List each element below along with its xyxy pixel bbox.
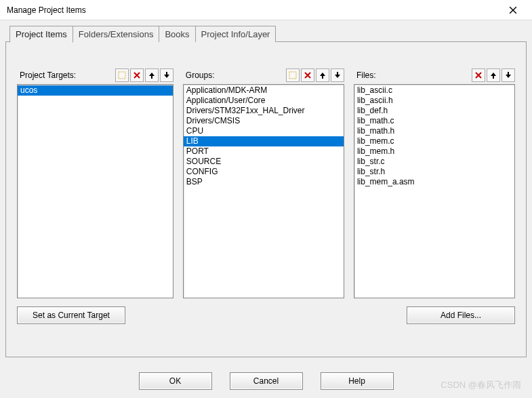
set-current-target-button[interactable]: Set as Current Target	[17, 306, 125, 324]
groups-label: Groups:	[183, 69, 285, 81]
targets-listbox[interactable]: ucos	[17, 84, 173, 298]
close-button[interactable]	[499, 1, 527, 20]
ok-button[interactable]: OK	[139, 372, 212, 390]
titlebar: Manage Project Items	[0, 0, 532, 20]
delete-icon	[304, 71, 312, 79]
svg-rect-1	[289, 72, 296, 79]
list-item[interactable]: lib_mem.c	[354, 136, 514, 146]
list-item[interactable]: ucos	[18, 85, 173, 96]
targets-label: Project Targets:	[17, 69, 114, 81]
below-row: Set as Current Target Add Files...	[17, 298, 515, 324]
dialog-body: Project Items Folders/Extensions Books P…	[0, 20, 532, 398]
targets-new-button[interactable]	[115, 68, 129, 82]
list-item[interactable]: lib_mem.h	[354, 146, 514, 157]
new-icon	[289, 71, 297, 79]
column-header-groups: Groups:	[183, 68, 344, 83]
svg-rect-0	[119, 72, 125, 79]
tab-folders-extensions[interactable]: Folders/Extensions	[73, 26, 160, 42]
delete-icon	[474, 71, 483, 79]
list-item[interactable]: SOURCE	[184, 157, 344, 167]
tab-project-info-layer[interactable]: Project Info/Layer	[195, 26, 277, 42]
cancel-button[interactable]: Cancel	[230, 372, 303, 390]
groups-listbox[interactable]: Application/MDK-ARMApplication/User/Core…	[183, 84, 344, 298]
help-button[interactable]: Help	[321, 372, 394, 390]
list-item[interactable]: CONFIG	[184, 167, 344, 177]
groups-new-button[interactable]	[286, 68, 300, 82]
close-icon	[509, 6, 517, 14]
tab-row: Project Items Folders/Extensions Books P…	[9, 26, 527, 42]
list-item[interactable]: PORT	[184, 146, 344, 157]
column-groups: Groups: Application/MDK-ARMApplication/U…	[183, 68, 344, 298]
column-targets: Project Targets: ucos	[17, 68, 173, 298]
tab-panel: Project Targets: ucos Groups: Applica	[5, 41, 527, 357]
column-header-targets: Project Targets:	[17, 68, 173, 83]
arrow-up-icon	[489, 71, 497, 79]
targets-down-button[interactable]	[160, 68, 173, 82]
list-item[interactable]: lib_def.h	[354, 106, 514, 116]
arrow-down-icon	[333, 71, 342, 79]
tab-project-items[interactable]: Project Items	[9, 26, 73, 43]
delete-icon	[133, 71, 141, 79]
new-icon	[118, 71, 126, 79]
arrow-down-icon	[163, 71, 171, 79]
targets-up-button[interactable]	[145, 68, 159, 82]
spacer	[125, 306, 407, 324]
list-item[interactable]: CPU	[184, 126, 344, 136]
list-item[interactable]: LIB	[184, 136, 344, 146]
footer-row: OK Cancel Help	[0, 372, 532, 390]
list-item[interactable]: lib_str.c	[354, 157, 514, 167]
groups-delete-button[interactable]	[301, 68, 314, 82]
list-item[interactable]: lib_ascii.h	[354, 96, 514, 106]
list-item[interactable]: BSP	[184, 177, 344, 187]
files-up-button[interactable]	[487, 68, 500, 82]
list-item[interactable]: Application/User/Core	[184, 96, 344, 106]
list-item[interactable]: lib_math.c	[354, 116, 514, 126]
targets-delete-button[interactable]	[130, 68, 144, 82]
groups-down-button[interactable]	[331, 68, 344, 82]
tab-books[interactable]: Books	[159, 26, 195, 42]
groups-up-button[interactable]	[316, 68, 329, 82]
arrow-up-icon	[319, 71, 327, 79]
list-item[interactable]: lib_ascii.c	[354, 85, 514, 96]
files-delete-button[interactable]	[472, 68, 485, 82]
window-title: Manage Project Items	[5, 5, 499, 15]
arrow-down-icon	[504, 71, 512, 79]
list-item[interactable]: Application/MDK-ARM	[184, 85, 344, 96]
list-item[interactable]: Drivers/STM32F1xx_HAL_Driver	[184, 106, 344, 116]
list-item[interactable]: lib_mem_a.asm	[354, 177, 514, 187]
list-item[interactable]: Drivers/CMSIS	[184, 116, 344, 126]
list-item[interactable]: lib_math.h	[354, 126, 514, 136]
columns: Project Targets: ucos Groups: Applica	[17, 68, 515, 298]
files-label: Files:	[354, 69, 470, 81]
column-header-files: Files:	[354, 68, 515, 83]
files-listbox[interactable]: lib_ascii.clib_ascii.hlib_def.hlib_math.…	[354, 84, 515, 298]
list-item[interactable]: lib_str.h	[354, 167, 514, 177]
add-files-button[interactable]: Add Files...	[407, 306, 515, 324]
files-down-button[interactable]	[502, 68, 515, 82]
arrow-up-icon	[148, 71, 156, 79]
column-files: Files: lib_ascii.clib_ascii.hlib_def.hli…	[354, 68, 515, 298]
